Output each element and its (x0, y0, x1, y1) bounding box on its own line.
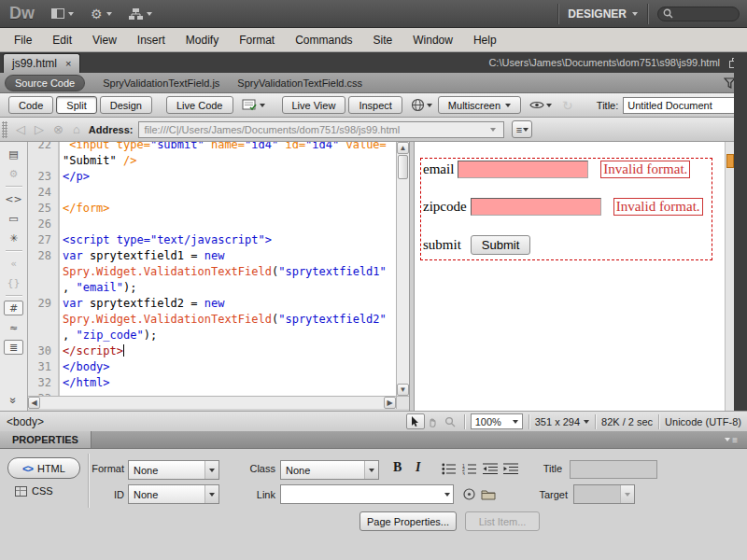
code-line[interactable]: "Submit" /> (28, 153, 396, 169)
view-button-code[interactable]: Code (8, 96, 53, 114)
title-field-input[interactable] (570, 460, 657, 479)
menu-help[interactable]: Help (463, 34, 507, 47)
collapse-selection-icon[interactable]: ▭ (4, 211, 23, 226)
code-line[interactable]: 22 <input type="submit" name="id4" id="i… (28, 142, 396, 153)
italic-button[interactable]: I (416, 460, 420, 475)
code-line[interactable]: 32</html> (28, 375, 396, 391)
menu-window[interactable]: Window (402, 34, 463, 47)
email-input[interactable] (458, 161, 588, 178)
scroll-down-icon[interactable]: ▼ (397, 384, 409, 396)
highlight-invalid-code-icon[interactable]: ≈ (4, 320, 23, 335)
code-line[interactable]: 29var sprytextfield2 = new (28, 296, 396, 312)
code-line[interactable]: 31</body> (28, 359, 396, 375)
preview-in-browser-button[interactable] (411, 98, 432, 112)
code-line[interactable]: , "zip_code"); (28, 328, 396, 343)
view-button-design[interactable]: Design (100, 96, 152, 114)
menu-site[interactable]: Site (363, 34, 403, 47)
source-code-button[interactable]: Source Code (5, 75, 85, 91)
expand-all-icon[interactable]: ✳ (4, 231, 23, 245)
live-view-button[interactable]: Live View (282, 96, 346, 114)
toolbar-grip[interactable] (2, 121, 7, 138)
code-line[interactable]: 23</p> (28, 169, 396, 185)
menu-modify[interactable]: Modify (176, 34, 229, 47)
zipcode-input[interactable] (471, 198, 601, 216)
menu-view[interactable]: View (82, 34, 127, 47)
code-line[interactable]: 26 (28, 217, 396, 232)
code-line[interactable]: 28var sprytextfield1 = new (28, 248, 396, 264)
open-documents-icon[interactable]: ▤ (4, 147, 23, 161)
scroll-up-icon[interactable]: ▲ (397, 142, 409, 154)
scroll-right-icon[interactable]: ▶ (384, 397, 396, 409)
design-vertical-scrollbar[interactable] (725, 142, 734, 411)
outdent-button[interactable] (482, 461, 499, 476)
window-size-select[interactable]: 351 x 294 (535, 416, 589, 427)
select-tool-button[interactable] (406, 413, 425, 429)
code-vertical-scrollbar[interactable]: ▲ ▼ (396, 142, 409, 396)
search-input[interactable] (657, 7, 740, 21)
tag-selector[interactable]: <body> (7, 415, 44, 428)
inspect-button[interactable]: Inspect (348, 96, 402, 114)
html-mode-button[interactable]: <> HTML (7, 457, 80, 479)
point-to-file-icon[interactable] (461, 486, 477, 502)
line-numbers-icon[interactable]: # (4, 301, 23, 315)
check-browser-compat-button[interactable] (242, 99, 265, 112)
panel-dock-edge[interactable] (734, 52, 747, 411)
address-input[interactable]: file:///C|/Users/James/Documents/dom751/… (138, 121, 504, 138)
menu-format[interactable]: Format (229, 34, 285, 47)
code-line[interactable]: Spry.Widget.ValidationTextField("sprytex… (28, 312, 396, 328)
menu-edit[interactable]: Edit (42, 34, 82, 47)
panel-menu-button[interactable]: ≡ (725, 435, 738, 445)
document-title-input[interactable] (623, 97, 747, 114)
scrollbar-thumb[interactable] (398, 155, 408, 179)
code-line[interactable]: 30</script> (28, 343, 396, 359)
id-select[interactable]: None (128, 484, 219, 504)
unordered-list-button[interactable] (441, 461, 458, 476)
close-icon[interactable]: × (65, 58, 71, 69)
indent-button[interactable] (502, 461, 519, 476)
syntax-error-alerts-icon[interactable]: ≣ (4, 340, 23, 355)
site-menu-button[interactable] (129, 8, 152, 20)
menu-file[interactable]: File (4, 34, 42, 47)
browse-folder-icon[interactable] (480, 486, 496, 502)
live-code-button[interactable]: Live Code (166, 96, 233, 114)
ordered-list-button[interactable]: 123 (461, 461, 478, 476)
view-options-button[interactable]: ≡ (512, 120, 532, 138)
page-properties-button[interactable]: Page Properties... (359, 511, 457, 531)
format-select[interactable]: None (128, 460, 219, 480)
scroll-left-icon[interactable]: ◀ (28, 397, 40, 409)
more-tools-chevron-icon[interactable]: » (7, 398, 21, 404)
code-line[interactable]: , "email"); (28, 280, 396, 296)
properties-tab[interactable]: PROPERTIES (0, 431, 92, 448)
menu-insert[interactable]: Insert (127, 34, 176, 47)
form-outline[interactable]: emailInvalid format.zipcodeInvalid forma… (420, 158, 712, 260)
code-line[interactable]: Spry.Widget.ValidationTextField("sprytex… (28, 264, 396, 280)
chevron-down-icon[interactable] (441, 488, 453, 501)
document-tab[interactable]: js99.html × (3, 53, 80, 73)
code-line[interactable]: 24 (28, 185, 396, 201)
layout-switcher-button[interactable] (51, 8, 74, 19)
code-line[interactable]: 27<script type="text/javascript"> (28, 232, 396, 248)
submit-button[interactable]: Submit (471, 235, 530, 255)
list-item-button[interactable]: List Item... (465, 511, 540, 531)
code-line[interactable]: 25</form> (28, 201, 396, 217)
chevron-down-icon[interactable] (486, 123, 499, 136)
extend-menu-button[interactable]: ⚙ (91, 7, 112, 21)
visual-aids-button[interactable] (529, 100, 552, 110)
view-button-split[interactable]: Split (56, 96, 96, 114)
code-view[interactable]: 22 <input type="submit" name="id4" id="i… (28, 142, 396, 396)
related-file-tab[interactable]: SpryValidationTextField.css (237, 77, 362, 89)
css-mode-button[interactable]: CSS (15, 485, 53, 497)
related-file-tab[interactable]: SpryValidationTextField.js (103, 77, 219, 89)
multiscreen-button[interactable]: Multiscreen (438, 96, 521, 114)
target-select[interactable] (573, 484, 635, 504)
workspace-switcher[interactable]: DESIGNER (568, 7, 638, 21)
zoom-level-select[interactable]: 100% (471, 413, 523, 429)
bold-button[interactable]: B (393, 460, 402, 475)
link-input[interactable] (280, 484, 454, 504)
collapse-full-tag-icon[interactable]: <> (4, 191, 23, 206)
design-view[interactable]: emailInvalid format.zipcodeInvalid forma… (415, 142, 725, 411)
zoom-tool-button[interactable] (442, 416, 458, 427)
class-select[interactable]: None (280, 460, 379, 480)
hand-tool-button[interactable] (425, 416, 442, 427)
code-horizontal-scrollbar[interactable]: ◀ ▶ (28, 396, 396, 409)
